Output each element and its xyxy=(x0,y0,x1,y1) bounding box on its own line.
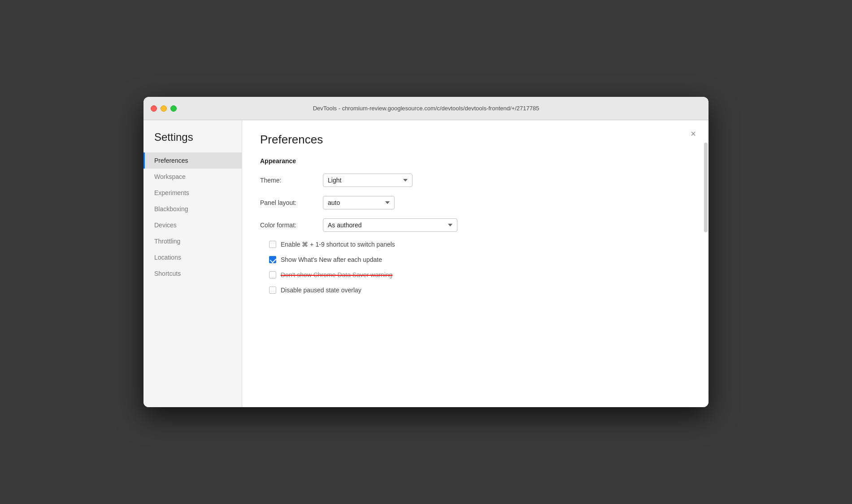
mac-window: DevTools - chromium-review.googlesource.… xyxy=(143,97,709,407)
theme-row: Theme: Light Dark System preference xyxy=(260,174,691,187)
appearance-section: Appearance Theme: Light Dark System pref… xyxy=(260,157,691,294)
minimize-traffic-light[interactable] xyxy=(161,105,167,112)
sidebar-item-blackboxing[interactable]: Blackboxing xyxy=(143,201,242,217)
window-body: Settings Preferences Workspace Experimen… xyxy=(143,120,709,407)
appearance-section-title: Appearance xyxy=(260,157,691,165)
sidebar-item-devices[interactable]: Devices xyxy=(143,217,242,233)
sidebar-item-throttling[interactable]: Throttling xyxy=(143,233,242,249)
paused-overlay-label: Disable paused state overlay xyxy=(281,287,361,294)
panel-layout-row: Panel layout: auto horizontal vertical xyxy=(260,196,691,209)
color-format-label: Color format: xyxy=(260,222,323,229)
data-saver-checkbox[interactable] xyxy=(269,271,276,278)
scrollbar[interactable] xyxy=(704,143,708,232)
close-traffic-light[interactable] xyxy=(151,105,157,112)
main-content: × Preferences Appearance Theme: Light Da… xyxy=(242,120,709,407)
sidebar-item-workspace[interactable]: Workspace xyxy=(143,169,242,185)
switch-panels-checkbox[interactable] xyxy=(269,241,276,248)
sidebar-item-locations[interactable]: Locations xyxy=(143,249,242,265)
color-format-row: Color format: As authored HEX RGB HSL xyxy=(260,218,691,232)
data-saver-row: Don't show Chrome Data Saver warning xyxy=(269,271,691,278)
theme-select[interactable]: Light Dark System preference xyxy=(323,174,413,187)
traffic-lights xyxy=(151,105,177,112)
panel-layout-select[interactable]: auto horizontal vertical xyxy=(323,196,395,209)
whats-new-row: Show What's New after each update xyxy=(269,256,691,263)
sidebar-title: Settings xyxy=(143,131,242,152)
title-bar: DevTools - chromium-review.googlesource.… xyxy=(143,97,709,120)
sidebar-item-experiments[interactable]: Experiments xyxy=(143,185,242,201)
paused-overlay-row: Disable paused state overlay xyxy=(269,287,691,294)
switch-panels-row: Enable ⌘ + 1-9 shortcut to switch panels xyxy=(269,241,691,248)
whats-new-checkbox[interactable] xyxy=(269,256,276,263)
theme-label: Theme: xyxy=(260,177,323,184)
maximize-traffic-light[interactable] xyxy=(170,105,177,112)
page-title: Preferences xyxy=(260,133,691,147)
color-format-select[interactable]: As authored HEX RGB HSL xyxy=(323,218,457,232)
switch-panels-label: Enable ⌘ + 1-9 shortcut to switch panels xyxy=(281,241,395,248)
checkboxes-area: Enable ⌘ + 1-9 shortcut to switch panels… xyxy=(269,241,691,294)
sidebar-item-preferences[interactable]: Preferences xyxy=(143,152,242,169)
panel-layout-label: Panel layout: xyxy=(260,199,323,206)
data-saver-label: Don't show Chrome Data Saver warning xyxy=(281,271,392,278)
sidebar-item-shortcuts[interactable]: Shortcuts xyxy=(143,265,242,282)
settings-close-button[interactable]: × xyxy=(687,127,700,140)
sidebar: Settings Preferences Workspace Experimen… xyxy=(143,120,242,407)
window-title: DevTools - chromium-review.googlesource.… xyxy=(313,105,539,112)
sidebar-nav: Preferences Workspace Experiments Blackb… xyxy=(143,152,242,282)
whats-new-label: Show What's New after each update xyxy=(281,256,382,263)
paused-overlay-checkbox[interactable] xyxy=(269,287,276,294)
